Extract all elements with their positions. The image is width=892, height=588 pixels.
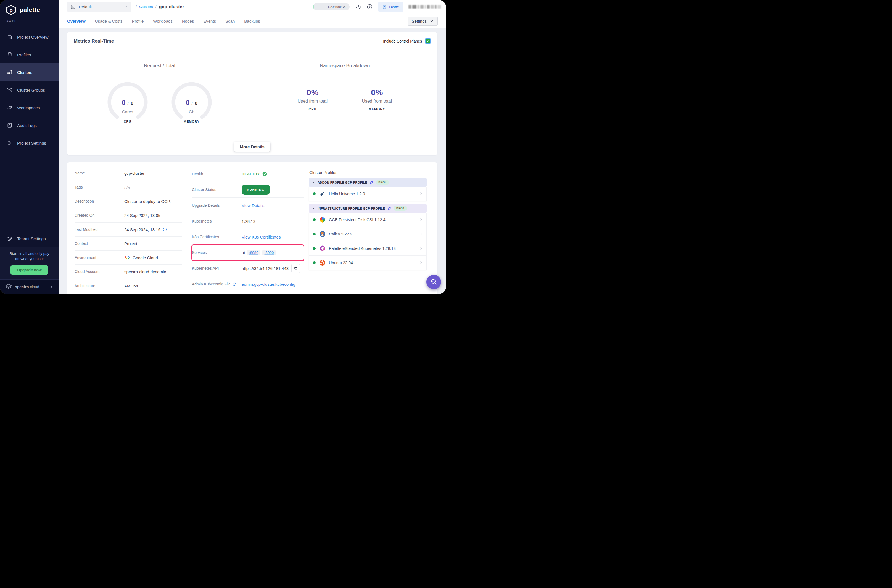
bar-chart-icon	[7, 34, 12, 40]
cpu-gauge: 0 / 0 Cores CPU	[105, 81, 150, 125]
tab-usage-costs[interactable]: Usage & Costs	[95, 14, 123, 28]
detail-row-admin-kubeconfig: Admin Kubeconfig File admin.gcp-cluster.…	[192, 276, 304, 292]
detail-row-k8s-certificates: K8s Certificates View K8s Certificates	[192, 229, 304, 245]
profile-item-gce-disk[interactable]: GCE Persistent Disk CSI 1.12.4	[309, 213, 426, 227]
link-icon[interactable]	[387, 207, 391, 210]
upgrade-now-button[interactable]: Upgrade now	[11, 265, 48, 274]
detail-row-context: Context Project	[75, 237, 182, 250]
sidebar-item-profiles[interactable]: Profiles	[0, 46, 59, 63]
memory-usage-stat: 0% Used from total MEMORY	[352, 88, 401, 111]
detail-row-tags: Tags n/a	[75, 180, 182, 194]
detail-row-environment: Environment Google Cloud	[75, 250, 182, 265]
kubeconfig-download-link[interactable]: admin.gcp-cluster.kubeconfig	[242, 282, 295, 286]
profile-item-ubuntu[interactable]: Ubuntu 22.04	[309, 256, 426, 270]
user-account-redacted[interactable]	[408, 5, 441, 9]
sidebar-item-audit-logs[interactable]: Audit Logs	[0, 117, 59, 134]
profile-item-name: Palette eXtended Kubernetes 1.28.13	[329, 246, 396, 250]
service-name: ui	[242, 250, 245, 255]
sidebar-item-clusters[interactable]: Clusters	[0, 63, 59, 81]
chevron-right-icon	[419, 246, 423, 250]
view-details-link[interactable]: View Details	[242, 203, 264, 208]
more-details-button[interactable]: More Details	[234, 142, 270, 152]
status-dot-green	[313, 233, 316, 236]
metrics-card-header: Metrics Real-Time Include Control Planes	[67, 32, 437, 50]
memory-gauge-unit: Gb	[170, 110, 214, 114]
infrastructure-profile-header[interactable]: INFRASTRUCTURE PROFILE GCP-PROFILE PROJ	[309, 204, 426, 213]
profile-item-hello-universe[interactable]: Hello Universe 1.2.0	[309, 187, 426, 201]
include-control-planes: Include Control Planes	[383, 38, 431, 44]
chevron-down-icon	[124, 5, 128, 9]
view-k8s-certificates-link[interactable]: View K8s Certificates	[242, 235, 281, 239]
profile-item-name: GCE Persistent Disk CSI 1.12.4	[329, 218, 386, 222]
brand-name: palette	[20, 6, 40, 14]
infrastructure-profile-name: INFRASTRUCTURE PROFILE GCP-PROFILE	[318, 207, 385, 210]
tab-backups[interactable]: Backups	[244, 14, 260, 28]
breadcrumb: / Clusters / gcp-cluster	[135, 4, 184, 10]
sidebar-item-tenant-settings[interactable]: Tenant Settings	[0, 231, 59, 246]
profile-item-name: Ubuntu 22.04	[329, 261, 353, 265]
sidebar-item-cluster-groups[interactable]: Cluster Groups	[0, 81, 59, 99]
kubernetes-api-url: https://34.54.126.181:443	[242, 266, 288, 271]
detail-row-kubernetes: Kubernetes 1.28.13	[192, 213, 304, 229]
status-dot-green	[313, 192, 316, 195]
tab-events[interactable]: Events	[203, 14, 216, 28]
detail-row-health: Health HEALTHY	[192, 166, 304, 182]
hello-universe-logo	[319, 190, 326, 197]
namespace-stats: 0% Used from total CPU 0% Used from tota…	[252, 88, 437, 111]
metrics-panels: Request / Total 0 / 0	[67, 50, 437, 138]
addon-profile-header[interactable]: ADDON PROFILE GCP-PROFILE PROJ	[309, 178, 426, 187]
project-selector-dropdown[interactable]: Default	[67, 2, 131, 12]
metrics-title: Metrics Real-Time	[74, 38, 114, 44]
tab-nodes[interactable]: Nodes	[182, 14, 194, 28]
profile-item-calico[interactable]: Calico 3.27.2	[309, 227, 426, 241]
tab-overview[interactable]: Overview	[67, 14, 86, 28]
google-cloud-icon	[124, 255, 130, 260]
app-version: 4.4.19	[0, 15, 59, 22]
check-circle-icon	[262, 171, 267, 177]
include-control-planes-checkbox[interactable]	[425, 38, 431, 44]
info-icon[interactable]	[163, 227, 167, 232]
promo-text-line2: for what you use!	[3, 256, 56, 262]
copy-icon	[294, 266, 298, 270]
cluster-details-card: Name gcp-cluster Tags n/a Description Cl…	[67, 162, 437, 294]
sidebar-nav: Project Overview Profiles Clusters	[0, 28, 59, 152]
service-port-8080-link[interactable]: :8080	[247, 250, 260, 255]
docs-button[interactable]: Docs	[378, 2, 403, 12]
palette-extended-kubernetes-logo	[319, 245, 326, 252]
usage-quota-badge[interactable]: 1.29/100kCh	[313, 3, 350, 10]
chevron-right-icon	[419, 218, 423, 222]
link-icon[interactable]	[369, 180, 373, 184]
sidebar-item-project-settings[interactable]: Project Settings	[0, 134, 59, 152]
service-port-3000-link[interactable]: :3000	[262, 250, 276, 255]
orbit-icon	[7, 105, 12, 110]
profile-item-pxk[interactable]: Palette eXtended Kubernetes 1.28.13	[309, 241, 426, 256]
detail-row-name: Name gcp-cluster	[75, 166, 182, 180]
upgrade-promo: Start small and only pay for what you us…	[0, 246, 59, 280]
copy-api-url-button[interactable]	[291, 264, 300, 273]
collapse-sidebar-chevron[interactable]	[50, 285, 54, 289]
chat-icon[interactable]	[355, 4, 361, 10]
metrics-realtime-card: Metrics Real-Time Include Control Planes…	[67, 32, 437, 155]
settings-dropdown-button[interactable]: Settings	[408, 16, 438, 26]
breadcrumb-separator: /	[155, 5, 156, 9]
sidebar-item-label: Workspaces	[17, 105, 40, 110]
breadcrumb-link-clusters[interactable]: Clusters	[139, 5, 153, 9]
tab-scan[interactable]: Scan	[225, 14, 235, 28]
audit-search-icon	[7, 123, 12, 128]
tab-workloads[interactable]: Workloads	[153, 14, 173, 28]
tab-profile[interactable]: Profile	[132, 14, 144, 28]
status-dot-green	[313, 261, 316, 264]
sidebar-item-workspaces[interactable]: Workspaces	[0, 99, 59, 117]
info-icon[interactable]	[232, 282, 236, 286]
sidebar-item-label: Audit Logs	[17, 123, 37, 128]
docs-label: Docs	[389, 4, 399, 9]
sidebar-item-project-overview[interactable]: Project Overview	[0, 28, 59, 46]
details-left-column: Name gcp-cluster Tags n/a Description Cl…	[75, 166, 182, 293]
running-status-pill[interactable]: RUNNING	[242, 184, 270, 195]
footer-brand: spectro cloud	[15, 285, 39, 289]
compass-icon[interactable]	[366, 4, 373, 10]
addon-profile-name: ADDON PROFILE GCP-PROFILE	[318, 181, 367, 184]
search-fab-button[interactable]	[426, 274, 441, 289]
memory-gauge-value: 0 / 0	[170, 99, 214, 106]
chevron-right-icon	[419, 232, 423, 236]
